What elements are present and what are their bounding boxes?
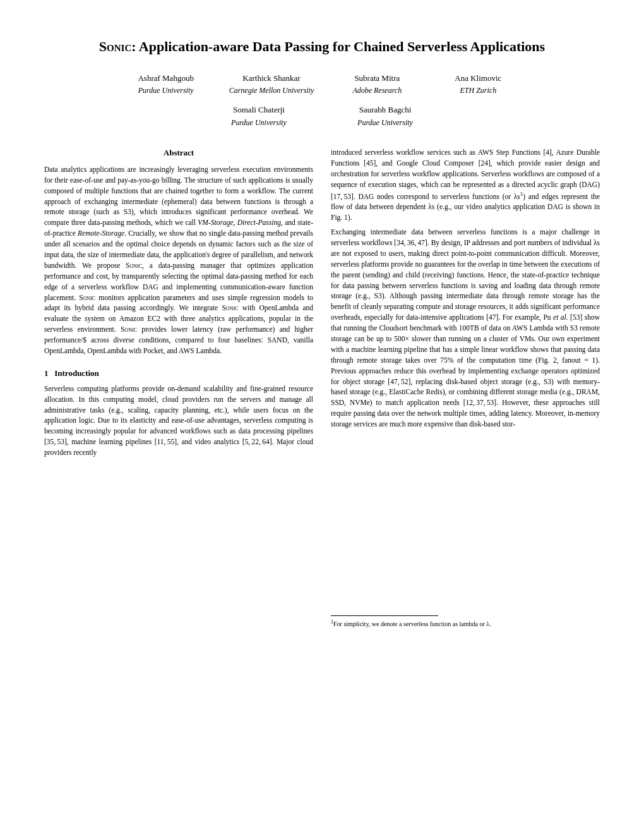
two-columns: Abstract Data analytics applications are… (44, 147, 600, 632)
right-column: introduced serverless workflow services … (331, 147, 600, 632)
author-name-mahgoub: Ashraf Mahgoub (128, 73, 204, 85)
abstract-section: Abstract Data analytics applications are… (44, 147, 313, 356)
footnote-area: 1For simplicity, we denote a serverless … (331, 433, 600, 629)
author-affil-shankar: Carnegie Mellon University (229, 85, 314, 96)
footnote-text: 1For simplicity, we denote a serverless … (331, 619, 600, 629)
title-rest: : Application-aware Data Passing for Cha… (131, 39, 545, 54)
intro-section: 1 Introduction Serverless computing plat… (44, 368, 313, 458)
left-column: Abstract Data analytics applications are… (44, 147, 313, 632)
intro-para1: Serverless computing platforms provide o… (44, 384, 313, 458)
author-affil-mitra: Adobe Research (339, 85, 415, 96)
author-affil-mahgoub: Purdue University (128, 85, 204, 96)
author-bagchi: Saurabh Bagchi Purdue University (347, 104, 423, 128)
authors-row2: Somali Chaterji Purdue University Saurab… (44, 104, 600, 128)
abstract-heading: Abstract (44, 147, 313, 159)
abstract-text: Data analytics applications are increasi… (44, 164, 313, 356)
author-klimovic: Ana Klimovic ETH Zurich (440, 73, 516, 97)
author-affil-klimovic: ETH Zurich (440, 85, 516, 96)
author-mahgoub: Ashraf Mahgoub Purdue University (128, 73, 204, 97)
author-mitra: Subrata Mitra Adobe Research (339, 73, 415, 97)
intro-heading: 1 Introduction (44, 368, 313, 380)
author-chaterji: Somali Chaterji Purdue University (221, 104, 297, 128)
author-shankar: Karthick Shankar Carnegie Mellon Univers… (229, 73, 314, 97)
author-affil-bagchi: Purdue University (347, 118, 423, 128)
page: Sonic: Application-aware Data Passing fo… (0, 0, 644, 834)
sonic-label: Sonic (99, 39, 131, 54)
paper-title: Sonic: Application-aware Data Passing fo… (44, 38, 600, 56)
title-section: Sonic: Application-aware Data Passing fo… (44, 38, 600, 128)
right-para2: Exchanging intermediate data between ser… (331, 227, 600, 430)
author-name-shankar: Karthick Shankar (229, 73, 314, 85)
author-name-bagchi: Saurabh Bagchi (347, 104, 423, 116)
footnote-divider (331, 615, 438, 616)
author-affil-chaterji: Purdue University (221, 118, 297, 128)
authors-row1: Ashraf Mahgoub Purdue University Karthic… (44, 73, 600, 97)
author-name-klimovic: Ana Klimovic (440, 73, 516, 85)
author-name-mitra: Subrata Mitra (339, 73, 415, 85)
right-para1: introduced serverless workflow services … (331, 147, 600, 223)
author-name-chaterji: Somali Chaterji (221, 104, 297, 116)
